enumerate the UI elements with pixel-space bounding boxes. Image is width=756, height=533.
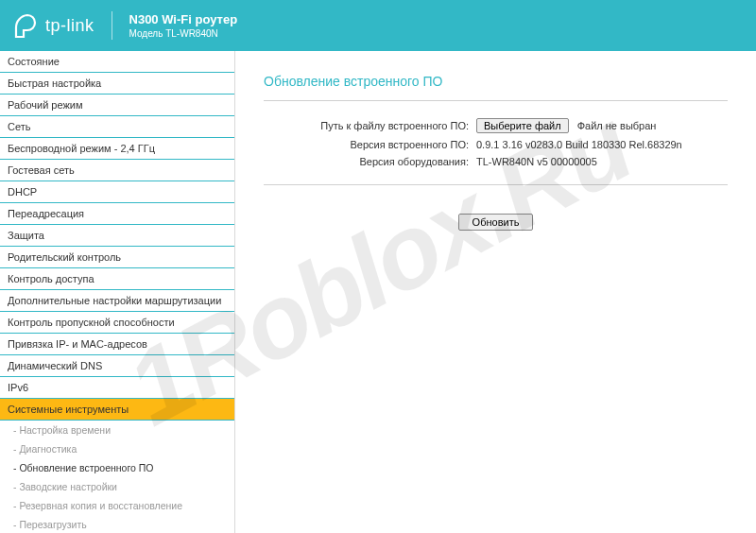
nav-security[interactable]: Защита bbox=[0, 225, 234, 247]
brand-text: tp-link bbox=[45, 16, 94, 36]
nav-status[interactable]: Состояние bbox=[0, 51, 234, 73]
content: Обновление встроенного ПО Путь к файлу в… bbox=[235, 51, 756, 533]
nav-routing[interactable]: Дополнительные настройки маршрутизации bbox=[0, 290, 234, 312]
sub-reboot[interactable]: - Перезагрузить bbox=[0, 515, 234, 533]
fw-value: 0.9.1 3.16 v0283.0 Build 180330 Rel.6832… bbox=[476, 139, 682, 150]
product-model: Модель TL-WR840N bbox=[129, 28, 238, 39]
sub-backup[interactable]: - Резервная копия и восстановление bbox=[0, 496, 234, 515]
nav-forwarding[interactable]: Переадресация bbox=[0, 203, 234, 225]
file-status: Файл не выбран bbox=[577, 120, 657, 131]
tplink-logo-icon bbox=[13, 12, 40, 39]
nav-parental[interactable]: Родительский контроль bbox=[0, 247, 234, 268]
hw-label: Версия оборудования: bbox=[264, 156, 476, 167]
nav-dhcp[interactable]: DHCP bbox=[0, 181, 234, 203]
sub-diagnostics[interactable]: - Диагностика bbox=[0, 439, 234, 458]
update-button[interactable]: Обновить bbox=[458, 214, 534, 231]
hw-value: TL-WR840N v5 00000005 bbox=[476, 156, 597, 167]
sidebar: Состояние Быстрая настройка Рабочий режи… bbox=[0, 51, 235, 533]
choose-file-button[interactable]: Выберите файл bbox=[476, 118, 569, 133]
product-title: N300 Wi-Fi роутер bbox=[129, 12, 238, 26]
nav-system-tools[interactable]: Системные инструменты bbox=[0, 399, 234, 421]
row-hw: Версия оборудования: TL-WR840N v5 000000… bbox=[264, 156, 728, 167]
header-divider bbox=[112, 11, 112, 40]
row-file: Путь к файлу встроенного ПО: Выберите фа… bbox=[264, 118, 728, 133]
row-fw: Версия встроенного ПО: 0.9.1 3.16 v0283.… bbox=[264, 139, 728, 150]
hr-mid bbox=[264, 184, 728, 185]
file-label: Путь к файлу встроенного ПО: bbox=[264, 120, 476, 131]
sub-factory[interactable]: - Заводские настройки bbox=[0, 477, 234, 496]
nav-wireless[interactable]: Беспроводной режим - 2,4 ГГц bbox=[0, 138, 234, 160]
nav-ipmac[interactable]: Привязка IP- и MAC-адресов bbox=[0, 334, 234, 355]
nav-ipv6[interactable]: IPv6 bbox=[0, 377, 234, 399]
nav-bandwidth[interactable]: Контроль пропускной способности bbox=[0, 312, 234, 334]
nav-guest[interactable]: Гостевая сеть bbox=[0, 160, 234, 181]
product-info: N300 Wi-Fi роутер Модель TL-WR840N bbox=[129, 12, 238, 39]
nav-quick-setup[interactable]: Быстрая настройка bbox=[0, 73, 234, 95]
sub-firmware[interactable]: - Обновление встроенного ПО bbox=[0, 458, 234, 477]
page-title: Обновление встроенного ПО bbox=[264, 74, 728, 89]
sub-time[interactable]: - Настройка времени bbox=[0, 421, 234, 439]
nav-access[interactable]: Контроль доступа bbox=[0, 268, 234, 290]
hr-top bbox=[264, 100, 728, 101]
fw-label: Версия встроенного ПО: bbox=[264, 139, 476, 150]
nav-ddns[interactable]: Динамический DNS bbox=[0, 355, 234, 377]
nav-network[interactable]: Сеть bbox=[0, 116, 234, 138]
brand-logo: tp-link bbox=[13, 12, 94, 39]
nav-mode[interactable]: Рабочий режим bbox=[0, 95, 234, 116]
button-row: Обновить bbox=[264, 214, 728, 231]
header: tp-link N300 Wi-Fi роутер Модель TL-WR84… bbox=[0, 0, 756, 51]
